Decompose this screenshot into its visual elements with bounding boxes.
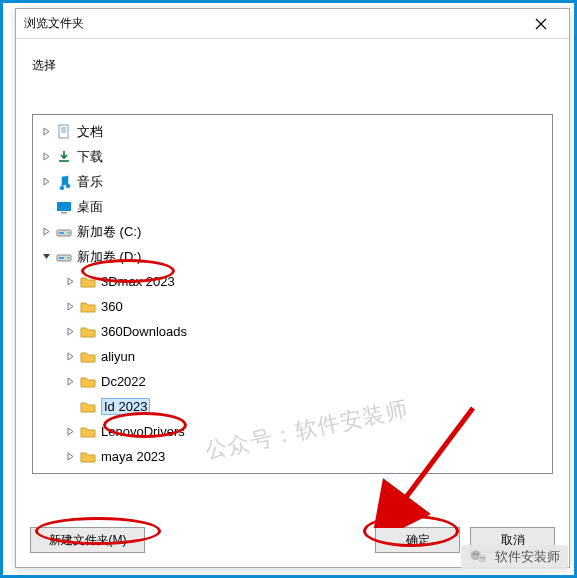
tree-item-label: Dc2022 bbox=[101, 374, 146, 389]
chevron-right-icon[interactable] bbox=[63, 350, 77, 364]
tree-item-label: aliyun bbox=[101, 349, 135, 364]
music-icon bbox=[55, 173, 73, 191]
chevron-right-icon[interactable] bbox=[39, 225, 53, 239]
chevron-right-icon[interactable] bbox=[39, 125, 53, 139]
svg-point-11 bbox=[68, 257, 70, 259]
tree-item[interactable]: Id 2023 bbox=[33, 394, 552, 419]
svg-rect-9 bbox=[59, 232, 64, 234]
folder-icon bbox=[79, 448, 97, 466]
chevron-down-icon[interactable] bbox=[39, 250, 53, 264]
chevron-right-icon[interactable] bbox=[63, 450, 77, 464]
tree-item-label: 360Downloads bbox=[101, 324, 187, 339]
chevron-right-icon[interactable] bbox=[63, 375, 77, 389]
chevron-right-icon bbox=[63, 400, 77, 414]
tree-item[interactable]: 新加卷 (C:) bbox=[33, 219, 552, 244]
tree-item[interactable]: 文档 bbox=[33, 119, 552, 144]
svg-point-16 bbox=[473, 553, 475, 555]
tree-item[interactable]: 下载 bbox=[33, 144, 552, 169]
drive-icon bbox=[55, 223, 73, 241]
download-icon bbox=[55, 148, 73, 166]
footer-badge: 软件安装师 bbox=[461, 545, 568, 569]
tree-item[interactable]: 桌面 bbox=[33, 194, 552, 219]
tree-item-label: 文档 bbox=[77, 123, 103, 141]
tree-item-label: maya 2023 bbox=[101, 449, 165, 464]
chevron-right-icon bbox=[39, 200, 53, 214]
tree-item-label: 3Dmax 2023 bbox=[101, 274, 175, 289]
wechat-icon bbox=[469, 547, 489, 567]
tree-item[interactable]: 新加卷 (D:) bbox=[33, 244, 552, 269]
tree-item-label: LenovoDrivers bbox=[101, 424, 185, 439]
svg-rect-12 bbox=[59, 257, 64, 259]
svg-rect-5 bbox=[57, 202, 71, 211]
tree-item-label: 新加卷 (C:) bbox=[77, 223, 141, 241]
ok-button[interactable]: 确定 bbox=[375, 527, 460, 553]
titlebar: 浏览文件夹 bbox=[16, 9, 569, 39]
close-button[interactable] bbox=[521, 10, 561, 38]
desktop-icon bbox=[55, 198, 73, 216]
chevron-right-icon[interactable] bbox=[39, 150, 53, 164]
folder-icon bbox=[79, 373, 97, 391]
folder-icon bbox=[79, 398, 97, 416]
folder-icon bbox=[79, 273, 97, 291]
chevron-right-icon[interactable] bbox=[63, 300, 77, 314]
folder-icon bbox=[79, 348, 97, 366]
tree-item[interactable]: maya 2023 bbox=[33, 444, 552, 469]
footer-text: 软件安装师 bbox=[495, 548, 560, 566]
tree-item[interactable]: aliyun bbox=[33, 344, 552, 369]
svg-point-17 bbox=[477, 553, 479, 555]
tree-item[interactable]: 3Dmax 2023 bbox=[33, 269, 552, 294]
tree-item[interactable]: Dc2022 bbox=[33, 369, 552, 394]
tree-item-label: 360 bbox=[101, 299, 123, 314]
drive-icon bbox=[55, 248, 73, 266]
svg-point-19 bbox=[483, 557, 484, 558]
tree-item[interactable]: LenovoDrivers bbox=[33, 419, 552, 444]
svg-point-8 bbox=[68, 232, 70, 234]
svg-point-18 bbox=[481, 557, 482, 558]
document-icon bbox=[55, 123, 73, 141]
folder-icon bbox=[79, 298, 97, 316]
tree-item[interactable]: 音乐 bbox=[33, 169, 552, 194]
chevron-right-icon[interactable] bbox=[63, 275, 77, 289]
chevron-right-icon[interactable] bbox=[39, 175, 53, 189]
close-icon bbox=[535, 18, 547, 30]
new-folder-button[interactable]: 新建文件夹(M) bbox=[30, 527, 145, 553]
tree-item-label: 音乐 bbox=[77, 173, 103, 191]
svg-rect-6 bbox=[61, 212, 67, 214]
folder-icon bbox=[79, 323, 97, 341]
chevron-right-icon[interactable] bbox=[63, 325, 77, 339]
chevron-right-icon[interactable] bbox=[63, 425, 77, 439]
browse-folder-dialog: 浏览文件夹 选择 文档下载音乐桌面新加卷 (C:)新加卷 (D:)3Dmax 2… bbox=[15, 8, 570, 568]
tree-item-label: 下载 bbox=[77, 148, 103, 166]
tree-item[interactable]: 360Downloads bbox=[33, 319, 552, 344]
folder-icon bbox=[79, 423, 97, 441]
tree-item-label: 新加卷 (D:) bbox=[77, 248, 141, 266]
tree-item-label: Id 2023 bbox=[101, 398, 150, 415]
folder-tree[interactable]: 文档下载音乐桌面新加卷 (C:)新加卷 (D:)3Dmax 2023360360… bbox=[32, 114, 553, 474]
svg-point-15 bbox=[478, 555, 486, 563]
dialog-subtitle: 选择 bbox=[16, 39, 569, 84]
dialog-title: 浏览文件夹 bbox=[24, 15, 521, 32]
tree-item[interactable]: 360 bbox=[33, 294, 552, 319]
tree-item-label: 桌面 bbox=[77, 198, 103, 216]
